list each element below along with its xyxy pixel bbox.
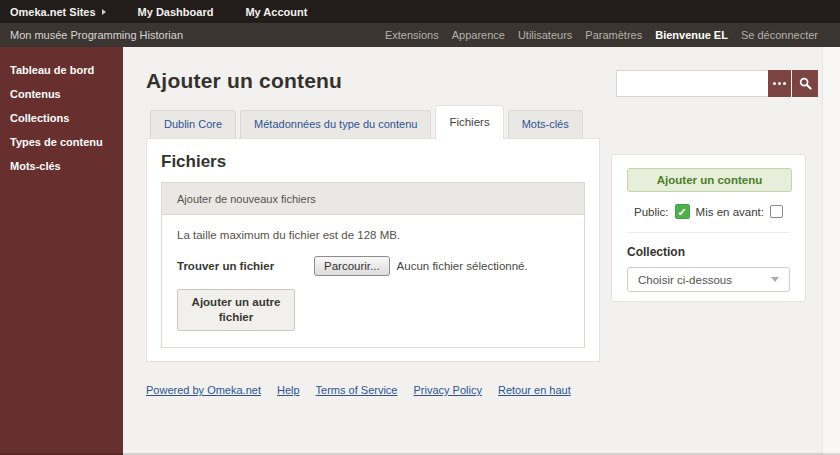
tab-fichiers[interactable]: Fichiers	[435, 105, 503, 139]
omeka-global-bar: Omeka.net Sites My Dashboard My Account	[0, 0, 840, 23]
footer-back-to-top-link[interactable]: Retour en haut	[498, 384, 571, 396]
add-new-files-fieldset: Ajouter de nouveaux fichiers La taille m…	[161, 182, 585, 348]
footer-powered-by-link[interactable]: Powered by Omeka.net	[146, 384, 261, 396]
page-title: Ajouter un contenu	[146, 69, 342, 93]
admin-bar-right: Extensions Apparence Utilisateurs Paramè…	[385, 29, 818, 41]
admin-footer: Powered by Omeka.net Help Terms of Servi…	[146, 384, 571, 396]
item-form-tabs: Dublin Core Métadonnées du type du conte…	[150, 105, 583, 138]
welcome-user-label: Bienvenue EL	[655, 29, 728, 41]
divider	[627, 232, 790, 233]
footer-terms-link[interactable]: Terms of Service	[316, 384, 398, 396]
sidebar-item-types-de-contenu[interactable]: Types de contenu	[0, 131, 123, 155]
main-content: Ajouter un contenu Dublin Core Métadonné…	[123, 47, 840, 455]
logout-link[interactable]: Se déconnecter	[741, 29, 818, 41]
ellipsis-icon	[773, 82, 786, 85]
fieldset-title: Ajouter de nouveaux fichiers	[162, 183, 584, 215]
nav-extensions[interactable]: Extensions	[385, 29, 439, 41]
add-item-submit-button[interactable]: Ajouter un contenu	[627, 168, 792, 192]
footer-help-link[interactable]: Help	[277, 384, 300, 396]
fieldset-body: La taille maximum du fichier est de 128 …	[162, 215, 584, 347]
sidebar-item-contenus[interactable]: Contenus	[0, 83, 123, 107]
files-tab-panel: Fichiers Ajouter de nouveaux fichiers La…	[146, 138, 600, 362]
my-dashboard-link[interactable]: My Dashboard	[138, 6, 214, 18]
site-title-link[interactable]: Mon musée Programming Historian	[10, 29, 183, 41]
nav-utilisateurs[interactable]: Utilisateurs	[518, 29, 572, 41]
files-heading: Fichiers	[161, 152, 585, 172]
tab-item-type-metadata[interactable]: Métadonnées du type du contenu	[240, 110, 431, 138]
sidebar-item-collections[interactable]: Collections	[0, 107, 123, 131]
search-icon	[799, 77, 812, 90]
nav-apparence[interactable]: Apparence	[452, 29, 505, 41]
scrollbar-track[interactable]	[822, 47, 840, 455]
search-submit-button[interactable]	[792, 70, 818, 97]
search-input[interactable]	[616, 70, 768, 97]
site-admin-bar: Mon musée Programming Historian Extensio…	[0, 23, 840, 47]
omeka-sites-menu[interactable]: Omeka.net Sites	[10, 6, 106, 18]
max-file-size-note: La taille maximum du fichier est de 128 …	[177, 229, 569, 241]
sidebar-item-mots-cles[interactable]: Mots-clés	[0, 155, 123, 179]
chevron-down-icon	[771, 277, 779, 282]
public-checkbox[interactable]	[675, 204, 690, 219]
find-file-label: Trouver un fichier	[177, 260, 314, 272]
collection-selected-value: Choisir ci-dessous	[638, 274, 732, 286]
add-another-file-button[interactable]: Ajouter un autre fichier	[177, 289, 295, 331]
search-options-button[interactable]	[768, 70, 791, 97]
tab-mots-cles[interactable]: Mots-clés	[508, 110, 583, 138]
featured-checkbox[interactable]	[770, 205, 783, 218]
search-form	[616, 70, 818, 97]
save-panel: Ajouter un contenu Public: Mis en avant:…	[611, 154, 806, 302]
tab-dublin-core[interactable]: Dublin Core	[150, 110, 236, 138]
collection-label: Collection	[627, 245, 790, 259]
omeka-sites-label: Omeka.net Sites	[10, 6, 96, 18]
file-input-row: Trouver un fichier Parcourir... Aucun fi…	[177, 256, 569, 276]
browse-file-button[interactable]: Parcourir...	[314, 256, 390, 276]
caret-right-icon	[102, 9, 106, 15]
featured-label: Mis en avant:	[696, 206, 764, 218]
sidebar-item-dashboard[interactable]: Tableau de bord	[0, 59, 123, 83]
nav-parametres[interactable]: Paramètres	[585, 29, 642, 41]
omeka-admin-window: Omeka.net Sites My Dashboard My Account …	[0, 0, 840, 455]
admin-sidebar: Tableau de bord Contenus Collections Typ…	[0, 47, 123, 455]
collection-select[interactable]: Choisir ci-dessous	[627, 267, 790, 292]
visibility-options-row: Public: Mis en avant:	[612, 204, 805, 219]
my-account-link[interactable]: My Account	[245, 6, 307, 18]
no-file-selected-text: Aucun fichier sélectionné.	[397, 260, 528, 272]
footer-privacy-link[interactable]: Privacy Policy	[414, 384, 482, 396]
public-label: Public:	[634, 206, 669, 218]
